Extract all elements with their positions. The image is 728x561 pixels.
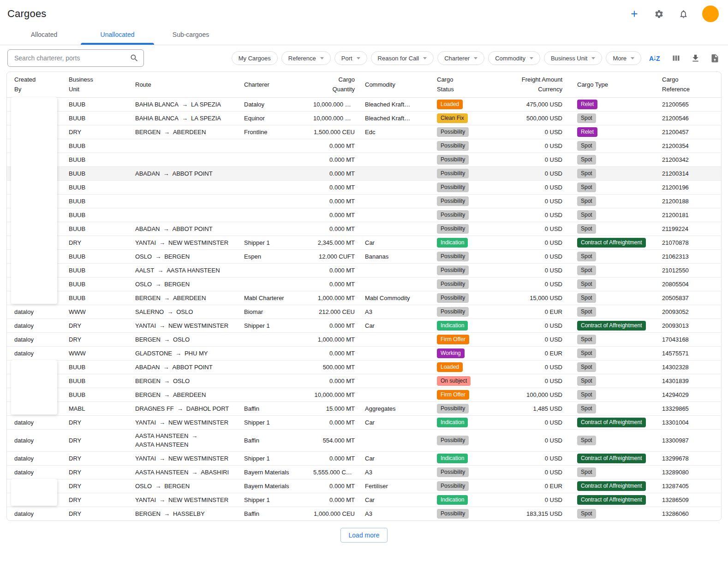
cell-freight: 0 USD xyxy=(484,236,570,249)
tab-label: Allocated xyxy=(31,31,58,38)
table-row[interactable]: DRYBERGEN→ABERDEENFrontline1,500.000 CEU… xyxy=(7,125,722,139)
tab-bar: AllocatedUnallocatedSub-cargoes xyxy=(0,24,728,45)
table-row[interactable]: BUUBABADAN→ABBOT POINT0.000 MTPossibilit… xyxy=(7,222,722,236)
cell-commodity: Aggregates xyxy=(358,402,430,415)
cell-cargo_quantity: 1,000.000 CEU xyxy=(306,507,358,520)
cell-cargo_status: Working xyxy=(430,346,484,360)
route-from: BERGEN xyxy=(135,295,161,301)
column-header-commodity[interactable]: Commodity xyxy=(358,72,430,97)
cargo-type-badge: Spot xyxy=(577,467,596,477)
table-row[interactable]: dataloyDRYAASTA HANSTEEN→ABASHIRIBayern … xyxy=(7,465,722,479)
filter-chip-charterer[interactable]: Charterer xyxy=(437,51,484,65)
sort-alpha-button[interactable]: A Z xyxy=(648,53,662,64)
cell-commodity xyxy=(358,180,430,194)
settings-button[interactable] xyxy=(653,8,665,20)
add-button[interactable] xyxy=(628,8,640,20)
cell-cargo_quantity: 0.000 MT xyxy=(306,346,358,360)
toolbar: My CargoesReferencePortReason for CallCh… xyxy=(0,45,728,71)
filter-chip-business-unit[interactable]: Business Unit xyxy=(544,51,602,65)
table-row[interactable]: BUUB0.000 MTPossibility0 USDSpot21200196 xyxy=(7,180,722,194)
table-row[interactable]: BUUBABADAN→ABBOT POINT500.000 MTLoaded0 … xyxy=(7,360,722,374)
column-header-route[interactable]: Route xyxy=(128,72,237,97)
status-badge: Possibility xyxy=(437,467,469,477)
table-row[interactable]: BUUB0.000 MTPossibility0 USDSpot21200354 xyxy=(7,139,722,153)
column-header-cargo_type[interactable]: Cargo Type xyxy=(570,72,655,97)
notifications-button[interactable] xyxy=(678,8,689,20)
cell-business_unit: BUUB xyxy=(61,388,128,402)
filter-chip-port[interactable]: Port xyxy=(334,51,367,65)
column-header-cargo_status[interactable]: CargoStatus xyxy=(430,72,484,97)
column-header-created_by[interactable]: CreatedBy xyxy=(7,72,61,97)
column-header-text: Cargo Type xyxy=(577,82,647,88)
route-arrow-icon: → xyxy=(163,225,169,232)
table-row[interactable]: BUUBABADAN→ABBOT POINT0.000 MTPossibilit… xyxy=(7,166,722,180)
table-row[interactable]: BUUBBERGEN→ABERDEENMabl Charterer1,000.0… xyxy=(7,291,722,305)
column-header-text: BusinessUnit xyxy=(69,77,120,92)
table-row[interactable]: BUUBOSLO→BERGENEspen12.000 CUFTBananasPo… xyxy=(7,249,722,263)
column-header-cargo_reference[interactable]: CargoReference xyxy=(655,72,722,97)
download-button[interactable] xyxy=(690,53,701,64)
table-row[interactable]: dataloyDRYYANTAI→NEW WESTMINSTERShipper … xyxy=(7,319,722,332)
cargo-type-badge: Spot xyxy=(577,224,596,234)
column-header-cargo_quantity[interactable]: CargoQuantity xyxy=(306,72,358,97)
cell-cargo_reference: 20505837 xyxy=(655,291,722,305)
column-settings-button[interactable] xyxy=(670,53,682,64)
table-row[interactable]: BUUBBAHIA BLANCA→LA SPEZIAEquinor10,000.… xyxy=(7,111,722,125)
table-row[interactable]: dataloyDRYYANTAI→NEW WESTMINSTERShipper … xyxy=(7,415,722,429)
table-row[interactable]: BUUBBAHIA BLANCA→LA SPEZIADataloy10,000.… xyxy=(7,97,722,111)
column-header-freight[interactable]: Freight AmountCurrency xyxy=(484,72,570,97)
cell-cargo_quantity: 0.000 MT xyxy=(306,166,358,180)
table-row[interactable]: BUUB0.000 MTPossibility0 USDSpot21200188 xyxy=(7,194,722,208)
table-row[interactable]: dataloyWWWGLADSTONE→PHU MY0.000 MTWorkin… xyxy=(7,346,722,360)
table-row[interactable]: dataloyDRYAASTA HANSTEEN→AASTA HANSTEENB… xyxy=(7,429,722,451)
cell-cargo_type: Contract of Affreightment xyxy=(570,451,655,465)
tab-allocated[interactable]: Allocated xyxy=(7,24,81,45)
cell-commodity: Edc xyxy=(358,125,430,139)
table-row[interactable]: dataloyDRYBERGEN→HASSELBYBaffin1,000.000… xyxy=(7,507,722,520)
cell-commodity: A3 xyxy=(358,507,430,520)
table-row[interactable]: dataloyDRYYANTAI→NEW WESTMINSTERShipper … xyxy=(7,451,722,465)
table-row[interactable]: DRYYANTAI→NEW WESTMINSTERShipper 12,345.… xyxy=(7,236,722,249)
cell-cargo_reference: 21012550 xyxy=(655,263,722,277)
cargo-type-badge: Contract of Affreightment xyxy=(577,495,646,505)
tab-unallocated[interactable]: Unallocated xyxy=(81,24,154,45)
cell-business_unit: DRY xyxy=(61,415,128,429)
cell-business_unit: BUUB xyxy=(61,139,128,153)
filter-chip-reason-for-call[interactable]: Reason for Call xyxy=(371,51,434,65)
table-row[interactable]: BUUBAALST→AASTA HANSTEEN0.000 MTPossibil… xyxy=(7,263,722,277)
table-row[interactable]: DRYOSLO→BERGENBayern Materials0.000 MTFe… xyxy=(7,479,722,493)
filter-chip-my-cargoes[interactable]: My Cargoes xyxy=(232,51,278,65)
column-header-business_unit[interactable]: BusinessUnit xyxy=(61,72,128,97)
column-header-charterer[interactable]: Charterer xyxy=(237,72,306,97)
route-to: ABASHIRI xyxy=(201,469,229,476)
tab-sub-cargoes[interactable]: Sub-cargoes xyxy=(154,24,227,45)
export-button[interactable] xyxy=(709,53,721,64)
load-more-button[interactable]: Load more xyxy=(340,528,388,543)
status-badge: Loaded xyxy=(437,362,463,372)
filter-chip-reference[interactable]: Reference xyxy=(281,51,331,65)
table-row[interactable]: BUUB0.000 MTPossibility0 USDSpot21200342 xyxy=(7,153,722,166)
table-row[interactable]: MABLDRAGNES FF→DABHOL PORTBaffin15.000 M… xyxy=(7,402,722,415)
table-row[interactable]: BUUBOSLO→BERGEN0.000 MTPossibility0 USDS… xyxy=(7,277,722,291)
column-header-text: CreatedBy xyxy=(14,77,54,92)
cell-route: YANTAI→NEW WESTMINSTER xyxy=(128,451,237,465)
filter-chip-commodity[interactable]: Commodity xyxy=(488,51,540,65)
table-row[interactable]: BUUBBERGEN→ABERDEEN10,000.000 MTFirm Off… xyxy=(7,388,722,402)
table-row[interactable]: BUUBBERGEN→OSLO0.000 MTOn subject0 USDSp… xyxy=(7,374,722,388)
route-from: BERGEN xyxy=(135,336,161,343)
table-row[interactable]: dataloyWWWSALERNO→OSLOBiomar212.000 CEUA… xyxy=(7,305,722,319)
cell-cargo_status: Possibility xyxy=(430,208,484,222)
status-badge: Possibility xyxy=(437,196,469,206)
cell-route: AASTA HANSTEEN→ABASHIRI xyxy=(128,465,237,479)
table-row[interactable]: BUUB0.000 MTPossibility0 USDSpot21200181 xyxy=(7,208,722,222)
table-row[interactable]: dataloyDRYBERGEN→OSLO1,000.000 MTFirm Of… xyxy=(7,332,722,346)
search-input[interactable] xyxy=(7,49,144,67)
route-to: ABBOT POINT xyxy=(172,170,212,177)
status-badge: Possibility xyxy=(437,266,469,275)
table-row[interactable]: DRYYANTAI→NEW WESTMINSTERShipper 10.000 … xyxy=(7,493,722,507)
avatar[interactable] xyxy=(702,6,719,22)
filter-chip-more[interactable]: More xyxy=(606,51,641,65)
column-header-text: Freight AmountCurrency xyxy=(491,77,562,92)
cell-cargo_status: Possibility xyxy=(430,153,484,166)
cell-freight: 0 USD xyxy=(484,222,570,236)
